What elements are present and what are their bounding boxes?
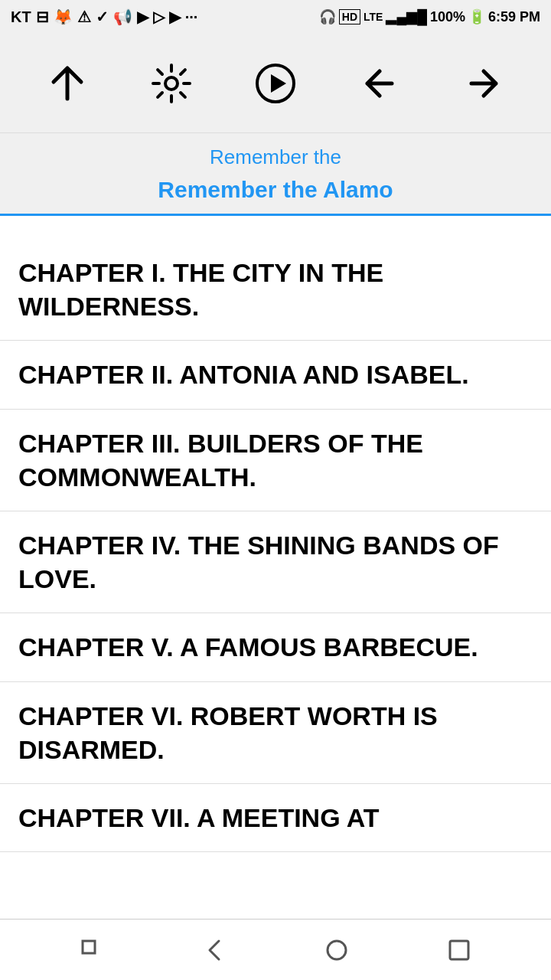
- battery-text: 100%: [430, 9, 465, 25]
- chapter-item[interactable]: CHAPTER III. BUILDERS OF THE COMMONWEALT…: [0, 410, 551, 511]
- up-button[interactable]: [41, 57, 94, 110]
- check-icon: ✓: [96, 8, 109, 26]
- firefox-icon: 🦊: [54, 8, 73, 26]
- media2-icon: ▷: [153, 8, 165, 26]
- warning-icon: ⚠: [77, 8, 91, 26]
- toolbar: [0, 34, 551, 133]
- battery-icon: 🔋: [468, 8, 485, 25]
- chapter-item[interactable]: CHAPTER V. A FAMOUS BARBECUE.: [0, 613, 551, 681]
- square-nav-button[interactable]: [69, 927, 115, 973]
- lte-badge: LTE: [364, 11, 383, 23]
- hd-badge: HD: [339, 9, 360, 24]
- svg-marker-2: [271, 74, 286, 93]
- home-nav-button[interactable]: [314, 927, 360, 973]
- chapter-item[interactable]: CHAPTER VII. A MEETING AT: [0, 784, 551, 852]
- status-right: 🎧 HD LTE ▂▄▆█ 100% 🔋 6:59 PM: [319, 8, 540, 25]
- bottom-nav: [0, 919, 551, 980]
- svg-point-0: [165, 77, 178, 90]
- forward-button[interactable]: [457, 57, 510, 110]
- signal-icon: ▂▄▆█: [386, 8, 427, 25]
- svg-point-4: [328, 941, 346, 959]
- media-icon: ▶: [137, 8, 148, 26]
- svg-rect-5: [450, 941, 468, 959]
- headphone-icon: 🎧: [319, 8, 336, 25]
- chapter-item[interactable]: CHAPTER II. ANTONIA AND ISABEL.: [0, 341, 551, 409]
- play-button[interactable]: [249, 57, 302, 110]
- media3-icon: ▶: [169, 8, 181, 26]
- chapter-list: CHAPTER I. THE CITY IN THE WILDERNESS.CH…: [0, 216, 551, 919]
- sim-icon: ⊟: [36, 8, 49, 26]
- status-left: KT ⊟ 🦊 ⚠ ✓ 📢 ▶ ▷ ▶ ···: [11, 8, 197, 26]
- time-display: 6:59 PM: [488, 9, 540, 25]
- megaphone-icon: 📢: [113, 8, 132, 26]
- carrier-text: KT: [11, 8, 31, 26]
- status-bar: KT ⊟ 🦊 ⚠ ✓ 📢 ▶ ▷ ▶ ··· 🎧 HD LTE ▂▄▆█ 100…: [0, 0, 551, 34]
- search-header: Remember the Remember the Alamo: [0, 133, 551, 216]
- chapter-item[interactable]: CHAPTER VI. ROBERT WORTH IS DISARMED.: [0, 682, 551, 784]
- search-result-text: Remember the Alamo: [0, 177, 551, 214]
- search-query-text: Remember the: [0, 145, 551, 177]
- back-button[interactable]: [353, 57, 406, 110]
- svg-rect-3: [83, 941, 95, 953]
- recent-nav-button[interactable]: [436, 927, 482, 973]
- more-icon: ···: [185, 8, 198, 26]
- settings-button[interactable]: [145, 57, 198, 110]
- back-nav-button[interactable]: [191, 927, 237, 973]
- chapter-item[interactable]: CHAPTER I. THE CITY IN THE WILDERNESS.: [0, 239, 551, 341]
- chapter-item[interactable]: CHAPTER IV. THE SHINING BANDS OF LOVE.: [0, 511, 551, 613]
